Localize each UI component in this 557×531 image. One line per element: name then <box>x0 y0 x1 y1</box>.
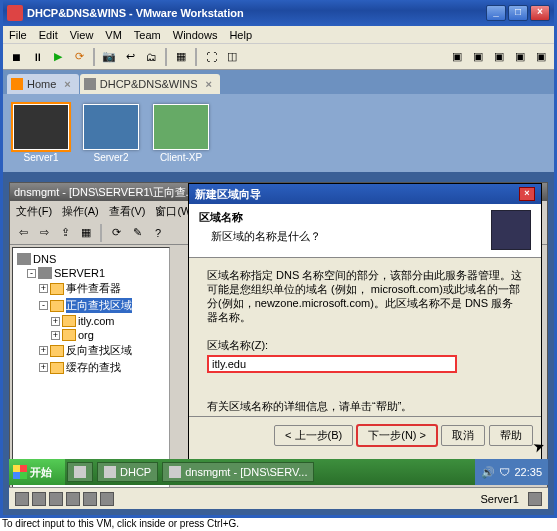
sound-icon[interactable] <box>100 492 114 506</box>
tab-vm[interactable]: DHCP&DNS&WINS× <box>80 74 220 94</box>
up-icon[interactable]: ⇪ <box>56 224 74 242</box>
task-dhcp[interactable]: DHCP <box>97 462 158 482</box>
tb-ico3[interactable]: ▣ <box>490 48 508 66</box>
snapshot-icon[interactable]: 📷 <box>100 48 118 66</box>
expand-icon[interactable]: + <box>51 331 60 340</box>
expand-icon[interactable]: + <box>39 346 48 355</box>
help-icon[interactable]: ? <box>149 224 167 242</box>
inner-menu-file[interactable]: 文件(F) <box>16 204 52 219</box>
wizard-desc: 区域名称指定 DNS 名称空间的部分，该部分由此服务器管理。这可能是您组织单位的… <box>207 268 523 324</box>
tree-zone-itly[interactable]: +itly.com <box>17 314 165 328</box>
inner-menu-action[interactable]: 操作(A) <box>62 204 99 219</box>
back-icon[interactable]: ⇦ <box>14 224 32 242</box>
new-zone-wizard: 新建区域向导× 区域名称 新区域的名称是什么？ 区域名称指定 DNS 名称空间的… <box>188 183 542 463</box>
hdd-icon[interactable] <box>15 492 29 506</box>
tab-bar: Home× DHCP&DNS&WINS× <box>3 70 554 94</box>
thumb-server1[interactable]: Server1 <box>11 104 71 163</box>
nic-icon[interactable] <box>66 492 80 506</box>
tree-fwdzone[interactable]: -正向查找区域 <box>17 297 165 314</box>
vmware-statusbar: Server1 <box>9 487 548 509</box>
windows-logo-icon <box>13 465 27 479</box>
tb-ico4[interactable]: ▣ <box>511 48 529 66</box>
collapse-icon[interactable]: - <box>39 301 48 310</box>
minimize-button[interactable]: _ <box>486 5 506 21</box>
vmware-titlebar: DHCP&DNS&WINS - VMware Workstation _ □ × <box>3 0 554 26</box>
cd-icon[interactable] <box>32 492 46 506</box>
guest-screen[interactable]: dnsmgmt - [DNS\SERVER1\正向查...] 文件(F) 操作(… <box>3 172 554 515</box>
tb-ico5[interactable]: ▣ <box>532 48 550 66</box>
system-tray[interactable]: 🔊 🛡 22:35 <box>475 459 548 485</box>
suspend-icon[interactable]: ⏸ <box>28 48 46 66</box>
reset-icon[interactable]: ⟳ <box>70 48 88 66</box>
tree-zone-org[interactable]: +org <box>17 328 165 342</box>
tree-root[interactable]: DNS <box>17 252 165 266</box>
ql-ie[interactable] <box>67 462 93 482</box>
collapse-icon[interactable]: - <box>27 269 36 278</box>
zone-icon <box>62 329 76 341</box>
task-dnsmgmt[interactable]: dnsmgmt - [DNS\SERV... <box>162 462 314 482</box>
home-icon <box>11 78 23 90</box>
guest-taskbar: 开始 DHCP dnsmgmt - [DNS\SERV... 🔊 🛡 22:35 <box>9 459 548 485</box>
tray-icon[interactable]: 🔊 <box>481 466 495 479</box>
help-button[interactable]: 帮助 <box>489 425 533 446</box>
menu-view[interactable]: View <box>70 29 94 41</box>
menu-help[interactable]: Help <box>229 29 252 41</box>
thumb-server2[interactable]: Server2 <box>81 104 141 163</box>
tb-ico2[interactable]: ▣ <box>469 48 487 66</box>
tray-icon[interactable]: 🛡 <box>499 466 510 478</box>
floppy-icon[interactable] <box>49 492 63 506</box>
next-button[interactable]: 下一步(N) > <box>357 425 437 446</box>
vmware-toolbar: ⏹ ⏸ ▶ ⟳ 📷 ↩ 🗂 ▦ ⛶ ◫ ▣ ▣ ▣ ▣ ▣ <box>3 44 554 70</box>
server-icon <box>38 267 52 279</box>
zone-name-input[interactable] <box>207 355 457 373</box>
vm-name-status: Server1 <box>480 493 519 505</box>
back-button[interactable]: < 上一步(B) <box>274 425 353 446</box>
power-on-icon[interactable]: ▶ <box>49 48 67 66</box>
close-icon[interactable]: × <box>64 78 70 90</box>
start-button[interactable]: 开始 <box>9 459 65 485</box>
usb-icon[interactable] <box>83 492 97 506</box>
vm-icon <box>84 78 96 90</box>
vmware-hint: To direct input to this VM, click inside… <box>0 518 557 531</box>
refresh-icon[interactable]: ⟳ <box>107 224 125 242</box>
fullscreen-icon[interactable]: ⛶ <box>202 48 220 66</box>
power-off-icon[interactable]: ⏹ <box>7 48 25 66</box>
menu-team[interactable]: Team <box>134 29 161 41</box>
zone-name-label: 区域名称(Z): <box>207 338 523 353</box>
snapshot-mgr-icon[interactable]: 🗂 <box>142 48 160 66</box>
unity-icon[interactable]: ◫ <box>223 48 241 66</box>
close-button[interactable]: × <box>530 5 550 21</box>
expand-icon[interactable]: + <box>51 317 60 326</box>
folder-icon <box>50 345 64 357</box>
view-icon[interactable]: ▦ <box>172 48 190 66</box>
server-art-icon <box>491 210 531 250</box>
wizard-header: 区域名称 新区域的名称是什么？ <box>189 204 541 258</box>
inner-menu-view[interactable]: 查看(V) <box>109 204 146 219</box>
close-icon[interactable]: × <box>519 187 535 201</box>
tree-eventviewer[interactable]: +事件查看器 <box>17 280 165 297</box>
revert-icon[interactable]: ↩ <box>121 48 139 66</box>
menu-vm[interactable]: VM <box>105 29 122 41</box>
tb-ico1[interactable]: ▣ <box>448 48 466 66</box>
props-icon[interactable]: ✎ <box>128 224 146 242</box>
folder-icon <box>50 362 64 374</box>
menu-file[interactable]: File <box>9 29 27 41</box>
menu-edit[interactable]: Edit <box>39 29 58 41</box>
input-grab-icon[interactable] <box>528 492 542 506</box>
tree-server[interactable]: -SERVER1 <box>17 266 165 280</box>
close-icon[interactable]: × <box>206 78 212 90</box>
tab-home[interactable]: Home× <box>7 74 79 94</box>
thumbnails-bar: Server1 Server2 Client-XP <box>3 94 554 172</box>
expand-icon[interactable]: + <box>39 284 48 293</box>
folder-icon <box>50 283 64 295</box>
maximize-button[interactable]: □ <box>508 5 528 21</box>
menu-windows[interactable]: Windows <box>173 29 218 41</box>
expand-icon[interactable]: + <box>39 363 48 372</box>
tree-cache[interactable]: +缓存的查找 <box>17 359 165 376</box>
fwd-icon[interactable]: ⇨ <box>35 224 53 242</box>
tree-revzone[interactable]: +反向查找区域 <box>17 342 165 359</box>
cancel-button[interactable]: 取消 <box>441 425 485 446</box>
thumb-clientxp[interactable]: Client-XP <box>151 104 211 163</box>
folder-icon <box>50 300 64 312</box>
show-icon[interactable]: ▦ <box>77 224 95 242</box>
